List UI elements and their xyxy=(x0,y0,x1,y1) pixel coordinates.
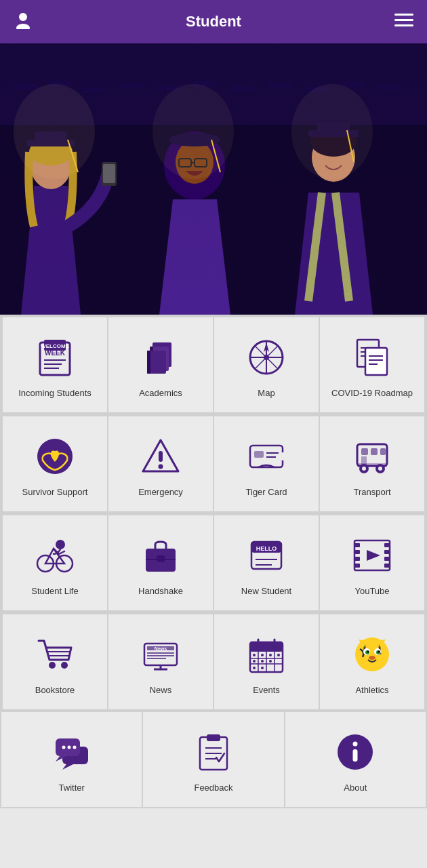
svg-point-73 xyxy=(279,452,287,460)
map-label: Map xyxy=(258,388,274,399)
new-student-label: New Student xyxy=(241,586,291,597)
svg-point-71 xyxy=(159,464,163,469)
grid-item-news[interactable]: News News xyxy=(108,614,213,709)
svg-rect-102 xyxy=(354,557,360,561)
welcome-week-icon: WELCOME WEEK xyxy=(31,334,79,381)
profile-icon[interactable] xyxy=(14,10,33,33)
svg-marker-108 xyxy=(367,550,380,561)
svg-line-89 xyxy=(59,551,64,554)
grid-item-youtube[interactable]: YouTube xyxy=(320,515,424,610)
svg-point-152 xyxy=(67,745,70,749)
events-label: Events xyxy=(253,685,280,696)
svg-point-135 xyxy=(261,660,264,663)
grid-item-covid[interactable]: COVID-19 Roadmap xyxy=(320,317,424,412)
map-icon xyxy=(243,334,290,381)
covid-label: COVID-19 Roadmap xyxy=(331,388,413,399)
news-icon: News xyxy=(137,631,184,678)
svg-point-112 xyxy=(61,662,68,669)
twitter-label: Twitter xyxy=(59,783,85,794)
youtube-label: YouTube xyxy=(354,586,389,597)
svg-point-40 xyxy=(291,84,373,179)
tiger-card-label: Tiger Card xyxy=(246,487,287,498)
svg-point-139 xyxy=(355,637,389,671)
athletics-icon xyxy=(348,631,396,678)
svg-point-130 xyxy=(253,654,256,656)
svg-point-0 xyxy=(19,13,27,21)
svg-rect-4 xyxy=(394,24,413,26)
covid-icon xyxy=(348,334,396,381)
app-header: Student xyxy=(0,0,427,43)
svg-point-59 xyxy=(264,355,269,360)
svg-rect-37 xyxy=(0,43,427,315)
events-icon xyxy=(243,631,290,678)
emergency-icon xyxy=(137,433,184,480)
svg-point-153 xyxy=(73,745,76,749)
academics-label: Academics xyxy=(139,388,182,399)
grid-item-new-student[interactable]: HELLO New Student xyxy=(214,515,319,610)
grid-item-survivor-support[interactable]: Survivor Support xyxy=(3,416,107,511)
student-life-label: Student Life xyxy=(31,586,78,597)
grid-item-about[interactable]: About xyxy=(285,712,426,807)
svg-rect-161 xyxy=(353,749,358,762)
about-label: About xyxy=(344,783,367,794)
svg-rect-105 xyxy=(384,550,390,554)
student-life-icon xyxy=(31,532,79,579)
svg-point-144 xyxy=(367,650,369,652)
svg-rect-3 xyxy=(394,19,413,21)
page-title: Student xyxy=(33,13,394,31)
grid-item-map[interactable]: Map xyxy=(214,317,319,412)
svg-point-151 xyxy=(62,745,65,749)
svg-rect-101 xyxy=(354,550,360,554)
svg-point-38 xyxy=(14,84,95,179)
grid-item-student-life[interactable]: Student Life xyxy=(3,515,107,610)
youtube-icon xyxy=(348,532,396,579)
menu-icon[interactable] xyxy=(394,10,413,33)
bookstore-label: Bookstore xyxy=(35,685,75,696)
svg-point-137 xyxy=(253,667,256,669)
svg-point-39 xyxy=(152,84,234,179)
feedback-icon xyxy=(190,728,237,776)
svg-point-145 xyxy=(378,650,380,652)
svg-rect-78 xyxy=(361,448,368,455)
survivor-support-icon xyxy=(31,433,79,480)
athletics-label: Athletics xyxy=(355,685,388,696)
grid-item-tiger-card[interactable]: Tiger Card xyxy=(214,416,319,511)
about-icon xyxy=(331,728,379,776)
svg-text:WEEK: WEEK xyxy=(45,349,66,357)
grid-item-bookstore[interactable]: Bookstore xyxy=(3,614,107,709)
svg-point-90 xyxy=(56,540,65,549)
svg-rect-52 xyxy=(147,351,150,374)
svg-rect-122 xyxy=(250,642,283,652)
grid-item-academics[interactable]: Academics xyxy=(108,317,213,412)
feedback-label: Feedback xyxy=(194,783,232,794)
svg-rect-100 xyxy=(354,543,360,547)
app-grid: WELCOME WEEK Incoming Students xyxy=(0,315,427,808)
grid-item-events[interactable]: Events xyxy=(214,614,319,709)
tiger-card-icon xyxy=(243,433,290,480)
svg-rect-155 xyxy=(207,734,220,741)
svg-point-133 xyxy=(277,654,280,656)
svg-point-146 xyxy=(369,656,375,660)
academics-icon xyxy=(137,334,184,381)
hero-banner xyxy=(0,43,427,315)
svg-point-84 xyxy=(362,467,366,471)
emergency-label: Emergency xyxy=(138,487,183,498)
grid-item-feedback[interactable]: Feedback xyxy=(143,712,283,807)
svg-point-134 xyxy=(253,660,256,663)
grid-item-handshake[interactable]: Handshake xyxy=(108,515,213,610)
svg-rect-104 xyxy=(384,543,390,547)
transport-label: Transport xyxy=(353,487,390,498)
grid-item-transport[interactable]: Transport xyxy=(320,416,424,511)
twitter-icon xyxy=(48,728,96,776)
grid-item-incoming-students[interactable]: WELCOME WEEK Incoming Students xyxy=(3,317,107,412)
svg-point-131 xyxy=(261,654,264,656)
svg-rect-79 xyxy=(371,448,378,455)
svg-text:HELLO: HELLO xyxy=(256,545,277,552)
grid-item-twitter[interactable]: Twitter xyxy=(1,712,142,807)
svg-rect-93 xyxy=(157,555,165,562)
svg-rect-70 xyxy=(159,451,163,462)
svg-point-86 xyxy=(378,467,382,471)
svg-text:News: News xyxy=(155,646,167,651)
grid-item-emergency[interactable]: Emergency xyxy=(108,416,213,511)
grid-item-athletics[interactable]: Athletics xyxy=(320,614,424,709)
